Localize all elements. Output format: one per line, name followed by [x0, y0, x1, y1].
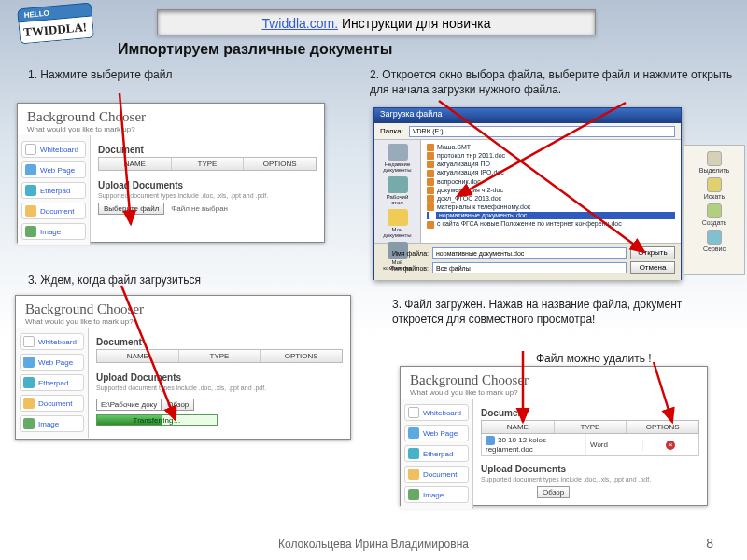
sidebar-item-image[interactable]: Image [20, 415, 84, 432]
chooser-subtitle-4: What would you like to mark up? [410, 388, 698, 397]
chooser-title-3: Background Chooser [25, 301, 341, 317]
list-item: актуализация ПО [427, 161, 675, 168]
filetype-input[interactable]: Все файлы [432, 262, 627, 273]
sidebar-item-webpage[interactable]: Web Page [404, 425, 469, 441]
sidebar-item-document[interactable]: Document [404, 466, 469, 483]
upload-hint: Supported document types include .doc, .… [96, 385, 343, 391]
sidebar-item-etherpad[interactable]: Etherpad [20, 374, 84, 391]
sidebar-item-document[interactable]: Document [20, 395, 84, 412]
section-upload: Upload Documents [481, 464, 699, 474]
upload-hint: Supported document types include .doc, .… [481, 476, 699, 483]
section-upload: Upload Documents [98, 180, 317, 190]
chooser-title-4: Background Chooser [410, 372, 698, 388]
places-bar: Недавние документы Рабочий стол Мои доку… [374, 140, 421, 243]
file-icon [427, 144, 434, 151]
file-icon [429, 212, 436, 219]
open-button[interactable]: Открыть [630, 246, 675, 259]
dialog-titlebar: Загрузка файла [374, 108, 681, 123]
chooser-subtitle-3: What would you like to mark up? [25, 317, 341, 326]
globe-icon [25, 164, 36, 175]
browse-button[interactable]: Обзор [537, 486, 570, 498]
uploaded-name: 30 10 12 kolos reglament.doc [482, 434, 586, 455]
page-subtitle: Импортируем различные документы [118, 41, 392, 58]
chooser-title: Background Chooser [27, 109, 315, 125]
globe-icon [408, 427, 419, 439]
whiteboard-icon [23, 336, 35, 347]
caption-4b: Файл можно удалить ! [536, 351, 723, 366]
twiddla-logo: HELLO TWIDDLA! [17, 3, 95, 52]
lookin-dropdown[interactable]: VDRK (E:) [409, 126, 675, 137]
caption-1: 1. Нажмите выберите файл [28, 67, 187, 82]
file-icon [427, 178, 434, 186]
place-desktop[interactable]: Рабочий стол [381, 176, 415, 205]
delete-icon[interactable]: × [666, 441, 675, 450]
whiteboard-icon [25, 144, 36, 155]
lookin-label: Папка: [380, 127, 403, 135]
doc-table-header: NAME TYPE OPTIONS [481, 420, 699, 434]
list-item: вопросник.doc [427, 178, 675, 186]
chooser-sidebar: Whiteboard Web Page Etherpad Document Im… [18, 135, 91, 245]
title-bar: Twiddla.com. Инструкции для новичка [157, 9, 596, 35]
caption-4: 3. Файл загружен. Нажав на название файл… [392, 297, 691, 327]
list-item-selected: нормативные документы.doc [427, 212, 675, 219]
uploaded-type: Word [586, 439, 643, 451]
section-document: Document [481, 408, 699, 418]
file-list[interactable]: Маша.SMT протокол тнр 2011.doc актуализа… [421, 140, 681, 243]
whiteboard-icon [408, 407, 419, 418]
place-mydocs[interactable]: Мои документы [381, 209, 415, 238]
cancel-button[interactable]: Отмена [630, 261, 675, 274]
filename-input[interactable]: нормативные документы.doc [432, 247, 627, 259]
uploaded-options: × [643, 439, 699, 452]
etherpad-icon [408, 448, 419, 459]
image-icon [25, 226, 36, 237]
image-icon [408, 489, 419, 500]
tool-service[interactable]: Сервис [703, 230, 726, 252]
sidebar-item-whiteboard[interactable]: Whiteboard [404, 404, 469, 421]
tool-create[interactable]: Создать [702, 203, 727, 226]
filename-label: Имя файла: [380, 250, 429, 257]
title-link[interactable]: Twiddla.com. [261, 16, 338, 31]
sidebar-item-etherpad[interactable]: Etherpad [404, 445, 469, 462]
uploaded-row[interactable]: 30 10 12 kolos reglament.doc Word × [481, 434, 699, 456]
sidebar-item-document[interactable]: Document [21, 203, 86, 219]
chooser-sidebar-3: Whiteboard Web Page Etherpad Document Im… [16, 328, 89, 438]
chooser-panel-3: Background Chooser What would you like t… [15, 295, 351, 440]
sidebar-item-webpage[interactable]: Web Page [20, 354, 84, 371]
progress-label: Transferring… [97, 415, 217, 427]
sidebar-item-image[interactable]: Image [21, 223, 86, 240]
document-icon [23, 398, 35, 409]
choose-file-button[interactable]: Выберите файл [98, 203, 164, 215]
tool-select[interactable]: Выделить [699, 151, 729, 174]
document-icon [408, 469, 419, 480]
sidebar-item-whiteboard[interactable]: Whiteboard [21, 141, 86, 158]
sidebar-item-etherpad[interactable]: Etherpad [21, 182, 86, 199]
place-recent[interactable]: Недавние документы [381, 144, 415, 173]
sidebar-item-whiteboard[interactable]: Whiteboard [20, 333, 84, 350]
caption-2: 2. Откроется окно выбора файла, выберите… [370, 67, 734, 97]
chooser-panel-1: Background Chooser What would you like t… [17, 103, 325, 243]
upload-hint: Supported document types include .doc, .… [98, 192, 317, 199]
sidebar-item-webpage[interactable]: Web Page [21, 161, 86, 178]
title-rest: Инструкции для новичка [338, 16, 491, 31]
list-item: документация ч.2-doc [427, 187, 675, 194]
document-icon [25, 205, 36, 217]
dialog-toolbar: Папка: VDRK (E:) [374, 123, 681, 140]
tool-search[interactable]: Искать [704, 177, 725, 200]
chooser-panel-4: Background Chooser What would you like t… [400, 366, 708, 506]
sidebar-item-image[interactable]: Image [404, 486, 469, 503]
folder-icon [388, 144, 408, 161]
search-icon [707, 177, 722, 192]
list-item: Маша.SMT [427, 144, 675, 151]
browse-button[interactable]: Обзор [162, 399, 194, 411]
filetype-label: Тип файлов: [380, 265, 429, 272]
file-icon [427, 187, 434, 194]
caption-3: 3. Ждем, когда файл загрузиться [28, 273, 308, 287]
section-document: Document [96, 337, 343, 347]
gear-icon [707, 230, 722, 245]
page-number: 8 [706, 536, 713, 551]
file-icon [427, 152, 434, 160]
list-item: протокол тнр 2011.doc [427, 152, 675, 160]
desktop-icon [388, 176, 408, 193]
path-field: E:\Рабочие доку [96, 399, 162, 411]
etherpad-icon [25, 185, 36, 196]
